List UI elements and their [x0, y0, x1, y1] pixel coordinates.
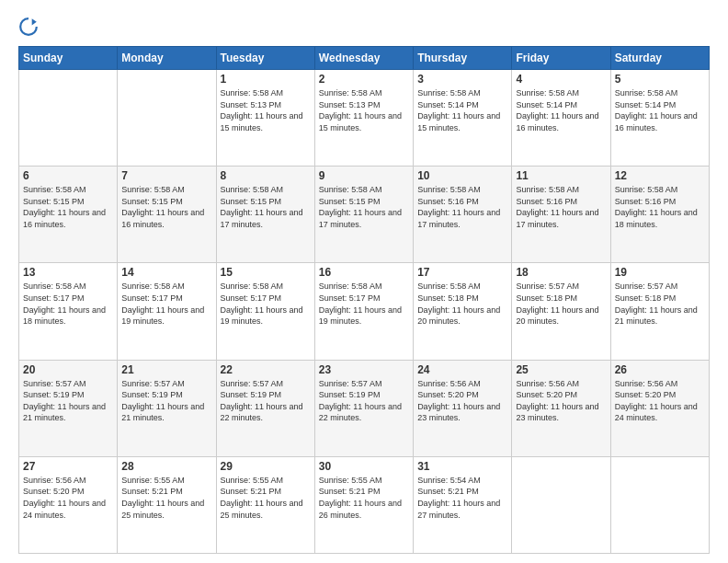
cell-info: Sunrise: 5:58 AM Sunset: 5:18 PM Dayligh…	[417, 281, 507, 327]
day-number: 22	[221, 363, 311, 376]
cell-info: Sunrise: 5:55 AM Sunset: 5:21 PM Dayligh…	[121, 475, 211, 521]
page: SundayMondayTuesdayWednesdayThursdayFrid…	[0, 0, 728, 563]
weekday-header: Sunday	[19, 47, 118, 70]
header	[18, 17, 710, 37]
weekday-header: Saturday	[610, 47, 709, 70]
calendar-cell: 8Sunrise: 5:58 AM Sunset: 5:15 PM Daylig…	[216, 167, 314, 263]
calendar-cell: 29Sunrise: 5:55 AM Sunset: 5:21 PM Dayli…	[216, 456, 314, 553]
cell-info: Sunrise: 5:54 AM Sunset: 5:21 PM Dayligh…	[417, 475, 507, 521]
calendar-cell: 3Sunrise: 5:58 AM Sunset: 5:14 PM Daylig…	[414, 70, 512, 167]
cell-info: Sunrise: 5:58 AM Sunset: 5:17 PM Dayligh…	[121, 281, 211, 327]
day-number: 12	[615, 169, 705, 182]
calendar-table: SundayMondayTuesdayWednesdayThursdayFrid…	[18, 46, 710, 554]
calendar-cell: 9Sunrise: 5:58 AM Sunset: 5:15 PM Daylig…	[314, 167, 413, 263]
calendar-cell: 12Sunrise: 5:58 AM Sunset: 5:16 PM Dayli…	[610, 167, 709, 263]
cell-info: Sunrise: 5:58 AM Sunset: 5:16 PM Dayligh…	[417, 184, 507, 230]
calendar-cell: 22Sunrise: 5:57 AM Sunset: 5:19 PM Dayli…	[216, 360, 314, 456]
calendar-cell: 19Sunrise: 5:57 AM Sunset: 5:18 PM Dayli…	[610, 263, 709, 360]
calendar-cell	[512, 456, 610, 553]
cell-info: Sunrise: 5:58 AM Sunset: 5:13 PM Dayligh…	[221, 87, 311, 133]
day-number: 11	[516, 169, 606, 182]
day-number: 1	[221, 73, 311, 86]
logo-icon	[18, 17, 39, 37]
cell-info: Sunrise: 5:58 AM Sunset: 5:16 PM Dayligh…	[516, 184, 606, 230]
day-number: 29	[221, 460, 311, 473]
cell-info: Sunrise: 5:55 AM Sunset: 5:21 PM Dayligh…	[319, 475, 409, 521]
weekday-header: Friday	[512, 47, 610, 70]
logo	[18, 17, 42, 37]
calendar-cell: 27Sunrise: 5:56 AM Sunset: 5:20 PM Dayli…	[19, 456, 118, 553]
day-number: 13	[23, 266, 113, 279]
weekday-header: Wednesday	[314, 47, 413, 70]
weekday-header: Thursday	[414, 47, 512, 70]
cell-info: Sunrise: 5:58 AM Sunset: 5:15 PM Dayligh…	[23, 184, 113, 230]
cell-info: Sunrise: 5:58 AM Sunset: 5:13 PM Dayligh…	[319, 87, 409, 133]
calendar-body: 1Sunrise: 5:58 AM Sunset: 5:13 PM Daylig…	[19, 70, 710, 554]
cell-info: Sunrise: 5:57 AM Sunset: 5:19 PM Dayligh…	[121, 378, 211, 424]
cell-info: Sunrise: 5:58 AM Sunset: 5:14 PM Dayligh…	[516, 87, 606, 133]
calendar-cell: 18Sunrise: 5:57 AM Sunset: 5:18 PM Dayli…	[512, 263, 610, 360]
calendar-cell: 7Sunrise: 5:58 AM Sunset: 5:15 PM Daylig…	[118, 167, 216, 263]
calendar-header: SundayMondayTuesdayWednesdayThursdayFrid…	[19, 47, 710, 70]
day-number: 16	[319, 266, 409, 279]
day-number: 7	[121, 169, 211, 182]
calendar-cell: 31Sunrise: 5:54 AM Sunset: 5:21 PM Dayli…	[414, 456, 512, 553]
day-number: 2	[319, 73, 409, 86]
calendar-cell: 5Sunrise: 5:58 AM Sunset: 5:14 PM Daylig…	[610, 70, 709, 167]
cell-info: Sunrise: 5:56 AM Sunset: 5:20 PM Dayligh…	[23, 475, 113, 521]
day-number: 3	[417, 73, 507, 86]
day-number: 28	[121, 460, 211, 473]
calendar-week-row: 1Sunrise: 5:58 AM Sunset: 5:13 PM Daylig…	[19, 70, 710, 167]
calendar-cell: 13Sunrise: 5:58 AM Sunset: 5:17 PM Dayli…	[19, 263, 118, 360]
cell-info: Sunrise: 5:57 AM Sunset: 5:19 PM Dayligh…	[23, 378, 113, 424]
cell-info: Sunrise: 5:57 AM Sunset: 5:19 PM Dayligh…	[319, 378, 409, 424]
calendar-cell: 15Sunrise: 5:58 AM Sunset: 5:17 PM Dayli…	[216, 263, 314, 360]
day-number: 24	[417, 363, 507, 376]
day-number: 25	[516, 363, 606, 376]
day-number: 23	[319, 363, 409, 376]
cell-info: Sunrise: 5:57 AM Sunset: 5:18 PM Dayligh…	[615, 281, 705, 327]
weekday-header: Monday	[118, 47, 216, 70]
cell-info: Sunrise: 5:58 AM Sunset: 5:15 PM Dayligh…	[221, 184, 311, 230]
day-number: 19	[615, 266, 705, 279]
cell-info: Sunrise: 5:58 AM Sunset: 5:15 PM Dayligh…	[319, 184, 409, 230]
calendar-cell: 26Sunrise: 5:56 AM Sunset: 5:20 PM Dayli…	[610, 360, 709, 456]
day-number: 18	[516, 266, 606, 279]
calendar-week-row: 27Sunrise: 5:56 AM Sunset: 5:20 PM Dayli…	[19, 456, 710, 553]
calendar-week-row: 20Sunrise: 5:57 AM Sunset: 5:19 PM Dayli…	[19, 360, 710, 456]
weekday-header: Tuesday	[216, 47, 314, 70]
cell-info: Sunrise: 5:57 AM Sunset: 5:19 PM Dayligh…	[221, 378, 311, 424]
day-number: 26	[615, 363, 705, 376]
calendar-cell: 24Sunrise: 5:56 AM Sunset: 5:20 PM Dayli…	[414, 360, 512, 456]
cell-info: Sunrise: 5:58 AM Sunset: 5:14 PM Dayligh…	[615, 87, 705, 133]
day-number: 8	[221, 169, 311, 182]
calendar-cell: 17Sunrise: 5:58 AM Sunset: 5:18 PM Dayli…	[414, 263, 512, 360]
cell-info: Sunrise: 5:58 AM Sunset: 5:16 PM Dayligh…	[615, 184, 705, 230]
calendar-cell: 11Sunrise: 5:58 AM Sunset: 5:16 PM Dayli…	[512, 167, 610, 263]
cell-info: Sunrise: 5:58 AM Sunset: 5:17 PM Dayligh…	[221, 281, 311, 327]
day-number: 21	[121, 363, 211, 376]
calendar-cell: 16Sunrise: 5:58 AM Sunset: 5:17 PM Dayli…	[314, 263, 413, 360]
cell-info: Sunrise: 5:55 AM Sunset: 5:21 PM Dayligh…	[221, 475, 311, 521]
cell-info: Sunrise: 5:58 AM Sunset: 5:17 PM Dayligh…	[319, 281, 409, 327]
calendar-cell: 14Sunrise: 5:58 AM Sunset: 5:17 PM Dayli…	[118, 263, 216, 360]
cell-info: Sunrise: 5:56 AM Sunset: 5:20 PM Dayligh…	[417, 378, 507, 424]
day-number: 27	[23, 460, 113, 473]
calendar-cell	[118, 70, 216, 167]
calendar-cell: 23Sunrise: 5:57 AM Sunset: 5:19 PM Dayli…	[314, 360, 413, 456]
calendar-cell: 25Sunrise: 5:56 AM Sunset: 5:20 PM Dayli…	[512, 360, 610, 456]
day-number: 31	[417, 460, 507, 473]
cell-info: Sunrise: 5:58 AM Sunset: 5:14 PM Dayligh…	[417, 87, 507, 133]
cell-info: Sunrise: 5:56 AM Sunset: 5:20 PM Dayligh…	[615, 378, 705, 424]
day-number: 15	[221, 266, 311, 279]
weekday-row: SundayMondayTuesdayWednesdayThursdayFrid…	[19, 47, 710, 70]
day-number: 14	[121, 266, 211, 279]
calendar-cell: 10Sunrise: 5:58 AM Sunset: 5:16 PM Dayli…	[414, 167, 512, 263]
day-number: 6	[23, 169, 113, 182]
day-number: 17	[417, 266, 507, 279]
calendar-cell	[19, 70, 118, 167]
calendar-cell: 30Sunrise: 5:55 AM Sunset: 5:21 PM Dayli…	[314, 456, 413, 553]
day-number: 4	[516, 73, 606, 86]
day-number: 20	[23, 363, 113, 376]
calendar-week-row: 6Sunrise: 5:58 AM Sunset: 5:15 PM Daylig…	[19, 167, 710, 263]
